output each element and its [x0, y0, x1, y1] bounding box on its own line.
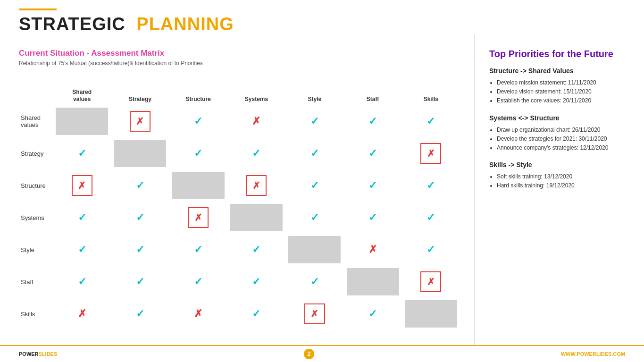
cell-0-6: ✓ [402, 105, 460, 137]
footer-right: WWW.POWERLIDES.COM [561, 351, 625, 357]
priority-section-0: Structure -> Shared ValuesDevelop missio… [489, 67, 630, 106]
cell-1-4: ✓ [285, 137, 343, 169]
cell-4-6: ✓ [402, 234, 460, 266]
cell-0-4: ✓ [285, 105, 343, 137]
row-header-2: Structure [19, 169, 53, 202]
cell-5-2: ✓ [169, 266, 227, 298]
cell-2-0: ✗ [53, 169, 111, 202]
section-subtitle: Relationship of 75's Mutual (success/fai… [19, 60, 460, 67]
row-header-0: Shared values [19, 105, 53, 137]
priority-item-0-2: Establish the core values: 20/11/2020 [497, 96, 630, 105]
cell-2-5: ✓ [343, 169, 401, 202]
col-header-1: Strategy [111, 73, 169, 105]
cell-1-0: ✓ [53, 137, 111, 169]
cell-4-2: ✓ [169, 234, 227, 266]
col-header-0: Sharedvalues [53, 73, 111, 105]
priority-list-0: Develop mission statement: 11/11/2020Dev… [489, 78, 630, 106]
col-header-5: Staff [343, 73, 401, 105]
col-header-2: Structure [169, 73, 227, 105]
cell-6-1: ✓ [111, 298, 169, 330]
cell-3-1: ✓ [111, 202, 169, 234]
footer-left: POWERSLIDES [19, 351, 57, 357]
cell-6-5: ✓ [343, 298, 401, 330]
cell-6-0: ✗ [53, 298, 111, 330]
cell-3-2: ✗ [169, 202, 227, 234]
priority-item-2-1: Hard skills training: 19/12/2020 [497, 181, 630, 190]
row-header-3: Systems [19, 202, 53, 234]
matrix-table: Sharedvalues Strategy Structure Systems … [19, 73, 460, 330]
priority-list-2: Soft skills training: 13/12/2020Hard ski… [489, 172, 630, 190]
cell-6-4: ✗ [285, 298, 343, 330]
cell-0-1: ✗ [111, 105, 169, 137]
cell-4-0: ✓ [53, 234, 111, 266]
gold-line [19, 8, 57, 10]
priority-section-1: Systems <-> StructureDraw up organizatio… [489, 114, 630, 153]
cell-1-1 [111, 137, 169, 169]
cell-5-5 [343, 266, 401, 298]
col-header-6: Skills [402, 73, 460, 105]
cell-3-4: ✓ [285, 202, 343, 234]
cell-2-2 [169, 169, 227, 202]
title-strategic: STRATEGIC [19, 14, 125, 34]
cell-0-5: ✓ [343, 105, 401, 137]
cell-5-3: ✓ [227, 266, 285, 298]
cell-3-3 [227, 202, 285, 234]
col-header-3: Systems [227, 73, 285, 105]
cell-5-1: ✓ [111, 266, 169, 298]
priority-heading-2: Skills -> Style [489, 161, 630, 168]
priority-item-1-1: Develop the strategies for 2021: 30/11/2… [497, 135, 630, 143]
empty-header [19, 73, 53, 105]
row-header-6: Skills [19, 298, 53, 330]
footer: POWERSLIDES 2 WWW.POWERLIDES.COM [0, 345, 644, 362]
cell-3-0: ✓ [53, 202, 111, 234]
row-header-1: Strategy [19, 137, 53, 169]
cell-6-6 [402, 298, 460, 330]
cell-3-6: ✓ [402, 202, 460, 234]
cell-1-2: ✓ [169, 137, 227, 169]
priority-item-0-0: Develop mission statement: 11/11/2020 [497, 78, 630, 87]
cell-2-3: ✗ [227, 169, 285, 202]
footer-slides: SLIDES [39, 351, 58, 357]
cell-5-6: ✗ [402, 266, 460, 298]
right-panel: Top Priorities for the Future Structure … [474, 34, 644, 345]
cell-3-5: ✓ [343, 202, 401, 234]
cell-4-5: ✗ [343, 234, 401, 266]
section-title: Current Situation - Assessment Matrix [19, 49, 460, 58]
cell-2-1: ✓ [111, 169, 169, 202]
priority-heading-0: Structure -> Shared Values [489, 67, 630, 75]
priority-item-2-0: Soft skills training: 13/12/2020 [497, 172, 630, 181]
page-title-bar: STRATEGIC PLANNING [0, 0, 644, 34]
priority-item-1-2: Announce company's strategies: 12/12/202… [497, 143, 630, 152]
cell-4-4 [285, 234, 343, 266]
priority-section-2: Skills -> StyleSoft skills training: 13/… [489, 161, 630, 190]
cell-6-3: ✓ [227, 298, 285, 330]
priority-heading-1: Systems <-> Structure [489, 114, 630, 122]
row-header-4: Style [19, 234, 53, 266]
row-header-5: Staff [19, 266, 53, 298]
footer-power: POWER [19, 351, 39, 357]
col-header-4: Style [285, 73, 343, 105]
cell-1-5: ✓ [343, 137, 401, 169]
footer-page-number: 2 [304, 349, 314, 359]
cell-2-4: ✓ [285, 169, 343, 202]
cell-4-1: ✓ [111, 234, 169, 266]
priority-item-0-1: Develop vision statement: 15/11/2020 [497, 87, 630, 96]
cell-6-2: ✗ [169, 298, 227, 330]
right-title: Top Priorities for the Future [489, 49, 630, 59]
cell-5-4: ✓ [285, 266, 343, 298]
cell-0-3: ✗ [227, 105, 285, 137]
cell-4-3: ✓ [227, 234, 285, 266]
cell-2-6: ✓ [402, 169, 460, 202]
priority-item-1-0: Draw up organizational chart: 26/11/2020 [497, 126, 630, 135]
cell-5-0: ✓ [53, 266, 111, 298]
cell-0-0 [53, 105, 111, 137]
cell-1-3: ✓ [227, 137, 285, 169]
page-title: STRATEGIC PLANNING [19, 14, 625, 34]
cell-0-2: ✓ [169, 105, 227, 137]
priority-list-1: Draw up organizational chart: 26/11/2020… [489, 126, 630, 153]
cell-1-6: ✗ [402, 137, 460, 169]
title-planning: PLANNING [136, 14, 234, 34]
